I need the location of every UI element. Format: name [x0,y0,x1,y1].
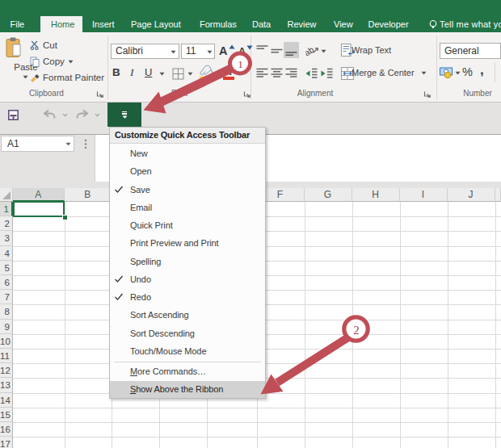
svg-text:1: 1 [238,58,243,70]
svg-text:2: 2 [353,324,360,337]
